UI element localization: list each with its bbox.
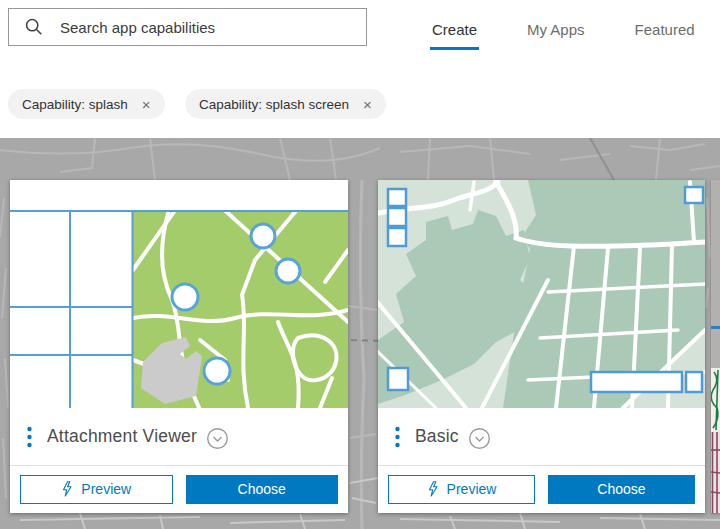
preview-button-label: Preview [447, 481, 497, 497]
kebab-menu-icon[interactable] [27, 426, 32, 448]
filter-chip-splash-screen[interactable]: Capability: splash screen × [185, 89, 386, 119]
lightning-bolt-icon [61, 481, 72, 497]
card-title: Basic [415, 426, 459, 447]
tab-create[interactable]: Create [430, 21, 479, 50]
search-box[interactable] [8, 8, 367, 46]
preview-button[interactable]: Preview [20, 475, 173, 504]
filter-chip-label: Capability: splash [22, 97, 128, 112]
tab-my-apps[interactable]: My Apps [525, 21, 587, 50]
thumbnail-app-header [10, 180, 348, 210]
choose-button[interactable]: Choose [548, 475, 695, 504]
filter-chip-label: Capability: splash screen [199, 97, 349, 112]
filter-chip-splash[interactable]: Capability: splash × [8, 89, 165, 119]
choose-button[interactable]: Choose [186, 475, 339, 504]
choose-button-label: Choose [238, 481, 286, 497]
app-card-partial [711, 180, 720, 513]
card-title: Attachment Viewer [47, 426, 197, 447]
search-input[interactable] [58, 18, 352, 37]
chevron-down-circle-icon[interactable] [468, 427, 491, 450]
app-card-basic: Basic Preview Choose [378, 180, 705, 513]
chevron-down-circle-icon[interactable] [206, 427, 229, 450]
app-card-attachment-viewer: Attachment Viewer Preview Choose [10, 180, 348, 513]
tab-bar: Create My Apps Featured [430, 21, 697, 50]
close-icon[interactable]: × [142, 97, 151, 112]
preview-button-label: Preview [81, 481, 131, 497]
search-icon [25, 18, 43, 36]
choose-button-label: Choose [597, 481, 645, 497]
kebab-menu-icon[interactable] [395, 426, 400, 448]
preview-button[interactable]: Preview [388, 475, 535, 504]
attachment-viewer-thumbnail[interactable] [10, 180, 348, 408]
basic-thumbnail[interactable] [378, 180, 705, 408]
close-icon[interactable]: × [363, 97, 372, 112]
tab-featured[interactable]: Featured [633, 21, 697, 50]
lightning-bolt-icon [427, 481, 438, 497]
